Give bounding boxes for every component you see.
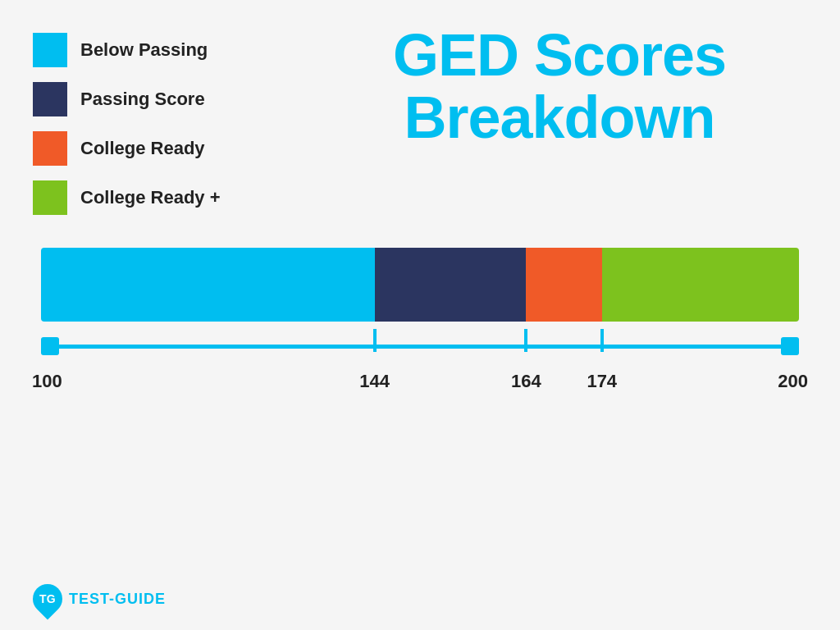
scale-right-endpoint	[781, 337, 799, 355]
scale-label-164: 164	[511, 371, 541, 392]
tick-164	[524, 340, 527, 352]
tick-174	[600, 340, 604, 352]
tick-line-174	[600, 329, 604, 352]
scale-line	[41, 345, 799, 349]
legend-item-college-ready-plus: College Ready +	[33, 180, 295, 215]
college-ready-plus-label: College Ready +	[80, 187, 221, 208]
scale-label-144: 144	[359, 371, 390, 392]
college-ready-bar	[526, 248, 601, 322]
logo-letters: TG	[39, 592, 55, 605]
passing-score-swatch	[33, 82, 67, 116]
chart-title: GED Scores Breakdown	[393, 25, 726, 148]
brand-prefix: TEST	[69, 591, 109, 607]
below-passing-swatch	[33, 33, 67, 67]
legend-item-below-passing: Below Passing	[33, 33, 295, 67]
scale-line-wrapper	[41, 322, 799, 371]
title-line1: GED Scores	[393, 22, 726, 88]
legend: Below Passing Passing Score College Read…	[33, 25, 295, 215]
college-ready-swatch	[33, 131, 67, 166]
logo-icon: TG	[27, 578, 69, 620]
tick-line-144	[373, 329, 377, 352]
college-ready-plus-bar	[602, 248, 799, 322]
scale-label-174: 174	[587, 371, 617, 392]
scale-left-endpoint	[41, 337, 59, 355]
tick-line-164	[524, 329, 527, 352]
title-line2: Breakdown	[404, 84, 714, 150]
college-ready-label: College Ready	[80, 138, 205, 159]
college-ready-plus-swatch	[33, 180, 67, 215]
below-passing-label: Below Passing	[80, 39, 208, 61]
legend-item-college-ready: College Ready	[33, 131, 295, 166]
brand-suffix: -GUIDE	[109, 591, 166, 607]
passing-score-bar	[375, 248, 527, 322]
tick-144	[373, 340, 377, 352]
chart-section: 100 144 164 174 200	[33, 248, 807, 395]
passing-score-label: Passing Score	[80, 89, 205, 110]
legend-item-passing-score: Passing Score	[33, 82, 295, 116]
scale-min-label: 100	[32, 371, 62, 392]
brand-name: TEST-GUIDE	[69, 591, 166, 608]
scale-max-label: 200	[778, 371, 808, 392]
title-area: GED Scores Breakdown	[295, 25, 807, 148]
scale-labels: 100 144 164 174 200	[41, 371, 799, 395]
score-bar	[41, 248, 799, 322]
below-passing-bar	[41, 248, 375, 322]
top-section: Below Passing Passing Score College Read…	[33, 25, 807, 215]
scale-container: 100 144 164 174 200	[41, 322, 799, 395]
footer: TG TEST-GUIDE	[33, 576, 807, 614]
